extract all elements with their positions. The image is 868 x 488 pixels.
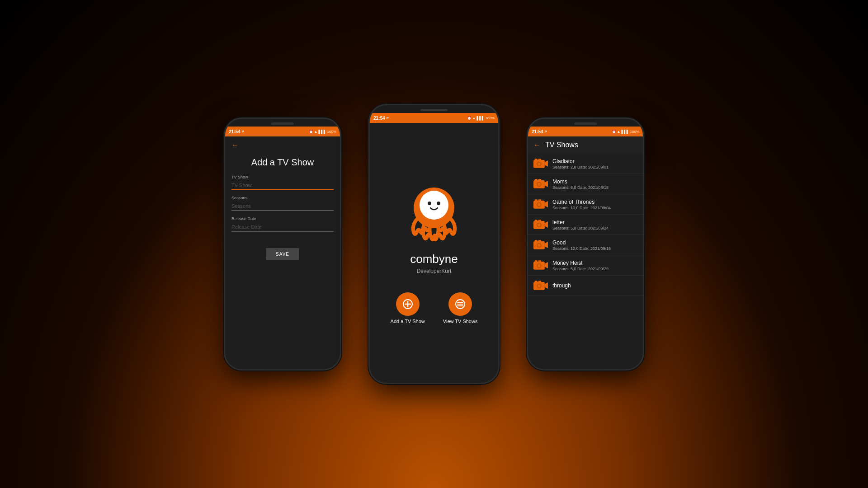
status-bar: 21:54 P ⏰ ▲ ▌▌▌ 100% — [528, 127, 643, 136]
developer-name: DeveloperKurt — [417, 268, 452, 274]
seasons-label: Seasons — [231, 196, 334, 200]
view-shows-button-wrap[interactable]: View TV Shows — [443, 292, 478, 324]
svg-point-1 — [420, 191, 448, 220]
add-show-header: ← — [225, 136, 340, 154]
tv-show-form: TV Show Seasons Release Date — [225, 175, 340, 244]
tv-shows-screen: ← TV Shows Gladiator Seasons: 2,0 Date: … — [528, 136, 643, 369]
svg-point-20 — [538, 183, 540, 186]
tv-show-label: TV Show — [231, 175, 334, 179]
svg-point-32 — [538, 224, 540, 226]
signal-icon: ▌▌▌ — [319, 130, 326, 134]
status-bar: 21:54 P ⏰ ▲ ▌▌▌ 100% — [225, 127, 340, 136]
alarm-icon: ⏰ — [467, 116, 472, 120]
show-name: Money Heist — [552, 260, 637, 266]
add-show-label: Add a TV Show — [391, 319, 425, 324]
svg-marker-18 — [545, 181, 548, 187]
view-shows-label: View TV Shows — [443, 319, 478, 324]
phone-top — [528, 119, 643, 127]
power-button — [498, 150, 500, 166]
release-date-label: Release Date — [231, 216, 334, 221]
list-header: ← TV Shows — [528, 136, 643, 154]
svg-point-50 — [538, 285, 540, 287]
seasons-input[interactable] — [231, 202, 334, 211]
add-show-circle-btn[interactable] — [396, 292, 420, 316]
svg-rect-22 — [538, 179, 541, 181]
camera-icon — [533, 239, 548, 251]
list-item[interactable]: letter Seasons: 5,0 Date: 2021/09/24 — [528, 215, 643, 235]
signal-icon: ▌▌▌ — [622, 130, 629, 134]
svg-marker-36 — [545, 242, 548, 248]
phone-top — [370, 105, 498, 113]
show-info: Game of Thrones Seasons: 10,0 Date: 2021… — [552, 199, 637, 210]
p-icon: P — [545, 130, 547, 134]
camera-icon — [533, 259, 548, 272]
status-time: 21:54 P — [532, 129, 547, 134]
svg-rect-51 — [535, 281, 538, 282]
list-item[interactable]: Good Seasons: 12,0 Date: 2021/09/16 — [528, 235, 643, 255]
svg-rect-34 — [538, 220, 541, 221]
wifi-icon: ▲ — [314, 130, 318, 134]
list-item[interactable]: through — [528, 276, 643, 296]
left-phone: 21:54 P ⏰ ▲ ▌▌▌ 100% ← Add a TV Show TV … — [224, 117, 341, 371]
save-button[interactable]: SAVE — [266, 248, 299, 260]
list-item[interactable]: Gladiator Seasons: 2,0 Date: 2021/09/01 — [528, 154, 643, 174]
speaker — [574, 122, 597, 125]
svg-point-38 — [538, 244, 540, 247]
camera-icon — [533, 198, 548, 211]
signal-icon: ▌▌▌ — [477, 116, 485, 120]
show-meta: Seasons: 5,0 Date: 2021/09/29 — [552, 267, 637, 271]
svg-marker-30 — [545, 221, 548, 228]
view-shows-circle-btn[interactable] — [448, 292, 472, 316]
status-icons: ⏰ ▲ ▌▌▌ 100% — [467, 116, 495, 120]
show-name: Gladiator — [552, 158, 637, 164]
alarm-icon: ⏰ — [309, 130, 313, 134]
svg-point-3 — [437, 202, 440, 205]
speaker — [420, 109, 448, 111]
svg-point-2 — [428, 202, 431, 205]
speaker — [271, 122, 294, 125]
camera-icon — [533, 178, 548, 190]
center-phone: 21:54 P ⏰ ▲ ▌▌▌ 100% — [368, 104, 500, 384]
app-name: combyne — [410, 252, 458, 266]
status-icons: ⏰ ▲ ▌▌▌ 100% — [309, 130, 336, 134]
svg-rect-40 — [538, 240, 541, 242]
svg-rect-15 — [535, 159, 538, 160]
svg-marker-42 — [545, 262, 548, 268]
show-name: through — [552, 282, 637, 289]
release-date-input[interactable] — [231, 223, 334, 232]
svg-point-14 — [538, 163, 540, 165]
list-item[interactable]: Game of Thrones Seasons: 10,0 Date: 2021… — [528, 194, 643, 215]
back-arrow-icon[interactable]: ← — [231, 141, 239, 149]
p-icon: P — [387, 116, 389, 120]
svg-rect-39 — [535, 240, 538, 242]
svg-rect-45 — [535, 260, 538, 262]
svg-rect-28 — [538, 199, 541, 201]
svg-rect-46 — [538, 260, 541, 262]
wifi-icon: ▲ — [472, 116, 476, 120]
right-phone: 21:54 P ⏰ ▲ ▌▌▌ 100% ← TV Shows Gladi — [527, 117, 644, 371]
show-meta: Seasons: 2,0 Date: 2021/09/01 — [552, 165, 637, 169]
show-name: Moms — [552, 178, 637, 185]
show-info: Gladiator Seasons: 2,0 Date: 2021/09/01 — [552, 158, 637, 169]
svg-point-26 — [538, 203, 540, 206]
show-meta: Seasons: 5,0 Date: 2021/09/24 — [552, 226, 637, 230]
status-bar: 21:54 P ⏰ ▲ ▌▌▌ 100% — [370, 113, 498, 123]
add-show-screen: ← Add a TV Show TV Show Seasons Release … — [225, 136, 340, 369]
svg-marker-24 — [545, 201, 548, 207]
vol-up-button — [368, 146, 370, 157]
camera-icon — [533, 157, 548, 170]
add-show-button-wrap[interactable]: Add a TV Show — [391, 292, 425, 324]
status-time: 21:54 P — [229, 129, 244, 134]
battery-icon: 100% — [486, 116, 495, 120]
back-arrow-icon[interactable]: ← — [533, 141, 541, 149]
vol-down-button — [368, 160, 370, 172]
svg-marker-48 — [545, 282, 548, 289]
list-item[interactable]: Money Heist Seasons: 5,0 Date: 2021/09/2… — [528, 255, 643, 276]
octopus-logo — [402, 182, 466, 245]
svg-rect-52 — [538, 281, 541, 282]
list-item[interactable]: Moms Seasons: 6,0 Date: 2021/08/18 — [528, 174, 643, 194]
tv-show-input[interactable] — [231, 181, 334, 190]
camera-icon — [533, 218, 548, 231]
home-content: combyne DeveloperKurt Add a TV Show — [370, 123, 498, 383]
list-title: TV Shows — [545, 141, 578, 149]
